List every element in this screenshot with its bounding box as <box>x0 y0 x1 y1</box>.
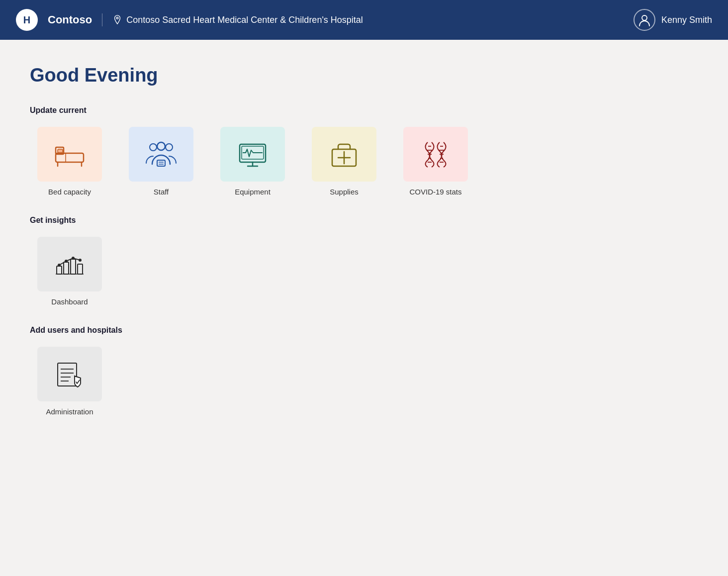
svg-point-1 <box>642 15 647 20</box>
dashboard-label: Dashboard <box>51 297 88 306</box>
dashboard-icon-wrapper <box>37 237 102 291</box>
svg-point-9 <box>166 144 173 151</box>
equipment-icon <box>235 139 271 169</box>
covid-stats-card[interactable]: COVID-19 stats <box>396 127 475 196</box>
administration-card[interactable]: Administration <box>30 347 109 416</box>
svg-rect-32 <box>64 262 69 274</box>
app-logo: H <box>16 9 38 31</box>
user-avatar <box>634 9 655 31</box>
supplies-card[interactable]: Supplies <box>304 127 384 196</box>
user-info[interactable]: Kenny Smith <box>634 9 712 31</box>
location-display: Contoso Sacred Heart Medical Center & Ch… <box>112 15 624 25</box>
svg-point-36 <box>65 260 68 263</box>
location-name: Contoso Sacred Heart Medical Center & Ch… <box>126 15 363 25</box>
covid-stats-label: COVID-19 stats <box>409 188 461 196</box>
equipment-card[interactable]: Equipment <box>213 127 292 196</box>
svg-point-37 <box>72 257 75 260</box>
bed-capacity-icon <box>52 139 88 169</box>
svg-rect-6 <box>58 149 63 153</box>
svg-rect-11 <box>157 160 165 166</box>
bed-capacity-label: Bed capacity <box>48 188 91 196</box>
svg-point-8 <box>150 144 157 151</box>
administration-icon-wrapper <box>37 347 102 401</box>
update-section: Update current <box>30 106 698 196</box>
insights-section: Get insights <box>30 216 698 306</box>
app-header: H Contoso Contoso Sacred Heart Medical C… <box>0 0 728 40</box>
add-section-label: Add users and hospitals <box>30 326 698 335</box>
greeting-text: Good Evening <box>30 65 698 86</box>
main-content: Good Evening Update current <box>0 40 728 576</box>
equipment-label: Equipment <box>235 188 271 196</box>
svg-rect-33 <box>71 259 76 274</box>
covid-stats-icon <box>418 139 454 169</box>
svg-rect-34 <box>78 264 83 274</box>
svg-point-10 <box>157 142 165 150</box>
insights-cards-row: Dashboard <box>30 237 698 306</box>
dashboard-icon <box>52 249 88 279</box>
supplies-icon <box>326 139 362 169</box>
bed-capacity-icon-wrapper <box>37 127 102 182</box>
svg-point-35 <box>58 264 61 267</box>
supplies-label: Supplies <box>330 188 359 196</box>
bed-capacity-card[interactable]: Bed capacity <box>30 127 109 196</box>
dashboard-card[interactable]: Dashboard <box>30 237 109 306</box>
svg-point-0 <box>116 17 118 19</box>
svg-point-38 <box>79 259 82 262</box>
update-cards-row: Bed capacity <box>30 127 698 196</box>
staff-icon-wrapper <box>129 127 193 182</box>
staff-label: Staff <box>154 188 169 196</box>
administration-label: Administration <box>46 407 93 416</box>
supplies-icon-wrapper <box>312 127 376 182</box>
covid-stats-icon-wrapper <box>403 127 468 182</box>
add-section: Add users and hospitals <box>30 326 698 416</box>
location-pin-icon <box>112 15 122 25</box>
administration-icon <box>52 359 88 389</box>
update-section-label: Update current <box>30 106 698 115</box>
add-cards-row: Administration <box>30 347 698 416</box>
user-name: Kenny Smith <box>661 15 712 25</box>
equipment-icon-wrapper <box>220 127 285 182</box>
staff-icon <box>143 139 179 169</box>
svg-rect-40 <box>58 363 77 386</box>
insights-section-label: Get insights <box>30 216 698 225</box>
user-avatar-icon <box>637 13 651 27</box>
staff-card[interactable]: Staff <box>121 127 201 196</box>
svg-rect-31 <box>57 266 62 274</box>
brand-name: Contoso <box>48 13 102 26</box>
